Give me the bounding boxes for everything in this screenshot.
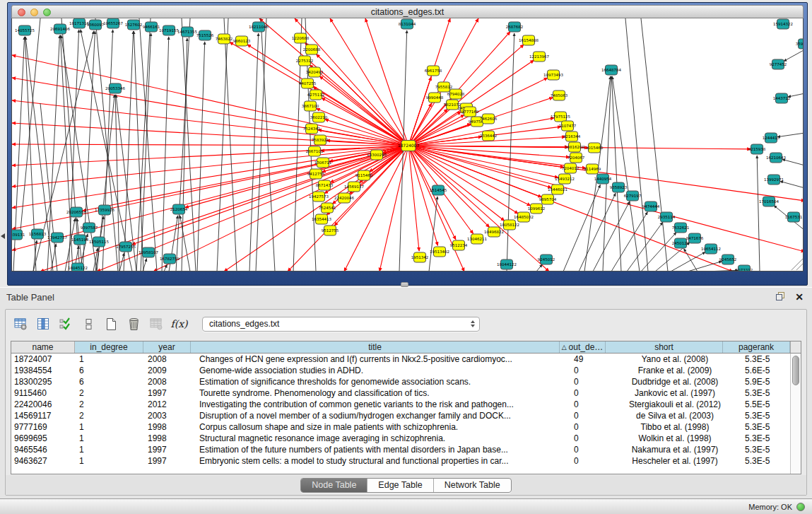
graph-node[interactable]: 9474444 (642, 201, 660, 211)
graph-node[interactable]: 1306711 (314, 158, 332, 168)
graph-node[interactable]: 10816208 (565, 142, 584, 152)
graph-node[interactable]: 1167531 (785, 212, 803, 222)
graph-node[interactable]: 1951342 (411, 252, 429, 262)
graph-node[interactable]: 13992971 (764, 175, 784, 185)
table-row[interactable]: 1456911722003Disruption of a novel membe… (11, 410, 801, 421)
graph-node[interactable]: 9860123 (233, 36, 251, 46)
graph-node[interactable]: 2200688 (303, 45, 321, 54)
graph-node[interactable]: 1099612 (528, 204, 546, 214)
graph-node[interactable]: 9777169 (461, 107, 479, 117)
graph-node[interactable]: 13942757 (47, 233, 67, 243)
graph-node[interactable]: 1440954 (594, 174, 612, 184)
graph-node[interactable]: 2935114 (658, 212, 676, 222)
graph-node[interactable]: 10719155 (159, 25, 179, 35)
close-window-button[interactable] (18, 8, 25, 16)
column-header-title[interactable]: title (191, 341, 560, 353)
row-height-icon[interactable] (79, 315, 98, 334)
column-header-name[interactable]: name (11, 341, 75, 353)
graph-node[interactable]: 7524541 (319, 203, 336, 213)
graph-node[interactable]: 3420492 (306, 67, 324, 77)
graph-node[interactable]: 17359926 (95, 205, 114, 215)
graph-node[interactable]: 7485063 (551, 90, 568, 100)
graph-node[interactable]: 15446021 (548, 185, 567, 194)
graph-node[interactable]: 9990448 (426, 93, 444, 103)
graph-node[interactable]: 1527602 (125, 20, 143, 30)
graph-node[interactable]: 1073312 (736, 265, 753, 271)
table-scrollbar[interactable] (790, 354, 801, 474)
graph-node[interactable]: 9358923 (610, 182, 628, 192)
graph-node[interactable]: 17975125 (551, 112, 570, 122)
table-settings-icon[interactable] (11, 315, 30, 334)
graph-node[interactable]: 10654112 (701, 244, 721, 254)
graph-node[interactable]: 9397587 (81, 223, 98, 233)
graph-node[interactable]: 9466161 (143, 22, 160, 32)
graph-node[interactable]: 9277452 (770, 59, 787, 69)
graph-node[interactable]: 16354413 (312, 214, 331, 224)
graph-node[interactable]: 10655267 (103, 18, 123, 28)
minimize-window-button[interactable] (30, 8, 38, 16)
canvas-resize-grip-icon[interactable] (792, 259, 803, 270)
graph-node[interactable]: 16154808 (519, 35, 539, 45)
network-canvas[interactable]: 1405572520691406181713169360097106552671… (11, 18, 804, 271)
table-row[interactable]: 1830029562008Estimation of significance … (11, 376, 801, 387)
float-panel-icon[interactable] (775, 291, 785, 303)
graph-node[interactable]: 2687682 (506, 22, 524, 32)
graph-node[interactable]: 3867100 (302, 101, 319, 111)
graph-node[interactable]: 6961758 (425, 66, 442, 76)
graph-node[interactable]: 2120654 (170, 204, 188, 214)
graph-node[interactable]: 7583921 (312, 135, 329, 145)
graph-node[interactable]: 15914322 (773, 19, 793, 29)
graph-node[interactable]: 6279197 (624, 191, 642, 201)
splitter-handle[interactable] (401, 282, 408, 287)
table-row[interactable]: 1938455462009Genome-wide association stu… (11, 365, 801, 376)
delete-icon[interactable] (124, 315, 143, 334)
graph-node[interactable]: 9360097 (87, 20, 105, 30)
graph-node[interactable]: 3591402 (796, 39, 804, 49)
window-titlebar[interactable]: citations_edges.txt (11, 5, 804, 18)
graph-node[interactable]: 7204067 (567, 153, 585, 163)
graph-node[interactable]: 8471676 (686, 233, 704, 243)
zoom-window-button[interactable] (43, 8, 51, 16)
tab-node-table[interactable]: Node Table (301, 479, 367, 492)
column-header-out_de[interactable]: △out_de… (560, 341, 606, 353)
close-panel-icon[interactable]: ✕ (795, 292, 804, 302)
graph-node[interactable]: 2867101 (306, 146, 324, 156)
graph-node[interactable]: 1443712 (773, 93, 791, 103)
graph-node[interactable]: 8215938 (748, 144, 766, 154)
network-graph[interactable]: 1405572520691406181713169360097106552671… (12, 18, 804, 271)
graph-node[interactable]: 7515526 (196, 30, 214, 40)
graph-node[interactable]: 8131044 (399, 19, 416, 29)
graph-node[interactable]: 14569117 (344, 182, 364, 192)
graph-node[interactable]: 6794028 (447, 89, 465, 99)
table-row[interactable]: 969969511998Structural magnetic resonanc… (11, 433, 801, 444)
table-row[interactable]: 1872400712008Changes of HCN gene express… (11, 354, 801, 365)
graph-node[interactable]: 1514545 (430, 185, 447, 195)
graph-node[interactable]: 1145194 (71, 235, 89, 245)
graph-node[interactable]: 18044122 (497, 259, 517, 269)
sidebar-collapse-arrow-icon[interactable] (1, 233, 5, 239)
delete-table-icon[interactable] (147, 315, 166, 334)
graph-node[interactable]: 14055725 (15, 25, 35, 35)
graph-node[interactable]: 8671433 (316, 180, 334, 190)
graph-node[interactable]: 18045122 (68, 263, 88, 271)
scrollbar-thumb[interactable] (792, 356, 799, 385)
graph-node[interactable]: 17016504 (759, 197, 779, 206)
tab-network-table[interactable]: Network Table (434, 479, 511, 492)
graph-node[interactable]: 4275112 (307, 90, 325, 100)
graph-node[interactable]: 7463822 (216, 34, 233, 44)
table-row[interactable]: 946362711997Embryonic stem cells: a mode… (11, 455, 801, 467)
graph-node[interactable]: 9512234 (450, 240, 468, 250)
graph-node[interactable]: 7204012 (562, 163, 579, 173)
graph-node[interactable]: 9412755 (307, 169, 325, 179)
graph-node[interactable]: 20053346 (105, 83, 125, 93)
graph-node[interactable]: 13046211 (467, 234, 487, 244)
table-row[interactable]: 946554611997Estimation of the future num… (11, 444, 801, 455)
graph-node[interactable]: 14671355 (177, 27, 197, 37)
graph-node[interactable]: 9512755 (322, 226, 339, 235)
graph-node[interactable]: 18058122 (500, 220, 519, 230)
graph-node[interactable]: 7524341 (303, 124, 321, 134)
column-header-short[interactable]: short (606, 341, 723, 353)
select-rows-icon[interactable] (57, 315, 76, 334)
function-builder-icon[interactable]: f(x) (170, 315, 189, 334)
graph-node[interactable]: 1220688 (292, 33, 310, 43)
